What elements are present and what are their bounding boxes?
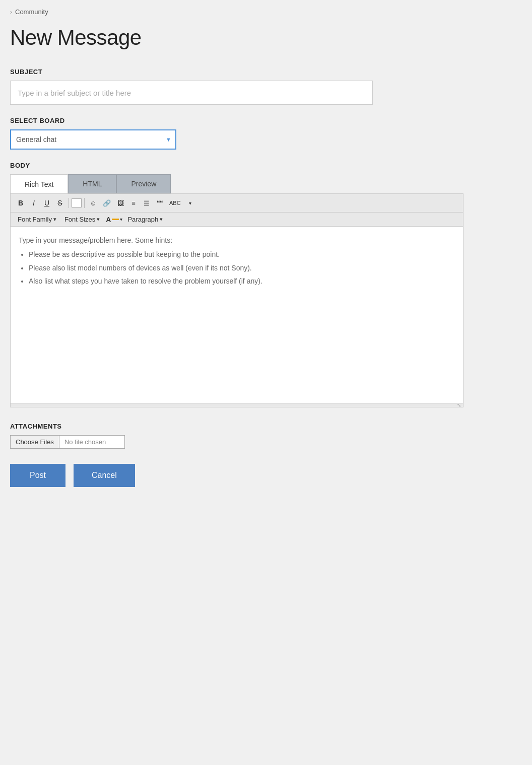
attachments-section: ATTACHMENTS Choose Files No file chosen [10, 423, 474, 449]
editor-resize-handle[interactable]: ⤡ [11, 403, 463, 407]
toolbar-divider-1 [69, 198, 69, 208]
toolbar-divider-2 [84, 198, 85, 208]
toolbar-blockquote-button[interactable]: ❝❝ [154, 197, 166, 209]
tab-preview[interactable]: Preview [116, 174, 171, 193]
body-section: BODY Rich Text HTML Preview B I U S ☺ [10, 162, 474, 407]
ordered-list-icon: ≡ [131, 199, 136, 207]
toolbar-image-button[interactable]: 🖼 [114, 197, 126, 209]
page-title: New Message [10, 26, 474, 50]
toolbar-emoji-button[interactable]: ☺ [87, 197, 99, 209]
toolbar-paragraph-dropdown[interactable]: Paragraph [124, 215, 166, 224]
editor-container: B I U S ☺ 🔗 🖼 ≡ [10, 193, 463, 407]
toolbar-color-dropdown-arrow[interactable]: ▾ [120, 217, 122, 222]
tab-html[interactable]: HTML [68, 174, 116, 193]
toolbar-italic-button[interactable]: I [28, 197, 40, 209]
toolbar-link-button[interactable]: 🔗 [100, 197, 113, 209]
board-select[interactable]: General chat Technical Support General D… [10, 129, 176, 150]
toolbar-color-letter[interactable]: A [106, 216, 111, 224]
subject-label: SUBJECT [10, 68, 474, 76]
toolbar-font-sizes-dropdown[interactable]: Font Sizes [61, 215, 103, 224]
toolbar-font-family-dropdown[interactable]: Font Family [15, 215, 59, 224]
editor-tab-bar: Rich Text HTML Preview [10, 174, 474, 193]
editor-toolbar-row1: B I U S ☺ 🔗 🖼 ≡ [11, 194, 463, 213]
toolbar-ordered-list-button[interactable]: ≡ [127, 197, 140, 209]
toolbar-strikethrough-button[interactable]: S [54, 197, 66, 209]
select-board-section: SELECT BOARD General chat Technical Supp… [10, 117, 474, 150]
link-icon: 🔗 [103, 199, 111, 207]
attachments-label: ATTACHMENTS [10, 423, 474, 430]
editor-hint-1: Please be as descriptive as possible but… [29, 249, 455, 260]
unordered-list-icon: ☰ [144, 199, 150, 207]
subject-section: SUBJECT [10, 68, 474, 105]
subject-input[interactable] [10, 81, 373, 105]
action-buttons: Post Cancel [10, 464, 474, 487]
toolbar-unordered-list-button[interactable]: ☰ [141, 197, 153, 209]
editor-toolbar-row2: Font Family Font Sizes A ▾ Paragraph [11, 213, 463, 227]
editor-hint-3: Also list what steps you have taken to r… [29, 275, 455, 287]
file-input-wrapper: Choose Files No file chosen [10, 435, 125, 449]
editor-hint-2: Please also list model numbers of device… [29, 262, 455, 273]
toolbar-spellcheck-button[interactable]: ABC [167, 197, 183, 209]
toolbar-underline-button[interactable]: U [41, 197, 53, 209]
blockquote-icon: ❝❝ [157, 199, 163, 206]
choose-files-button[interactable]: Choose Files [10, 435, 59, 449]
select-board-label: SELECT BOARD [10, 117, 474, 124]
body-label: BODY [10, 162, 474, 169]
toolbar-spellcheck-dropdown[interactable]: ▾ [184, 197, 196, 209]
spellcheck-icon: ABC [169, 200, 181, 206]
board-select-wrapper: General chat Technical Support General D… [10, 129, 176, 150]
no-file-chosen-text: No file chosen [59, 435, 125, 449]
resize-icon: ⤡ [457, 402, 461, 408]
editor-body[interactable]: Type in your message/problem here. Some … [11, 227, 463, 403]
editor-hint-title: Type in your message/problem here. Some … [19, 236, 172, 244]
toolbar-bold-button[interactable]: B [15, 197, 27, 209]
breadcrumb-chevron: › [10, 9, 12, 16]
breadcrumb-community-link[interactable]: Community [15, 8, 48, 16]
breadcrumb: › Community [10, 8, 474, 16]
emoji-icon: ☺ [90, 199, 96, 207]
image-icon: 🖼 [117, 199, 124, 207]
post-button[interactable]: Post [10, 464, 65, 487]
cancel-button[interactable]: Cancel [74, 464, 135, 487]
toolbar-color-box[interactable] [72, 198, 82, 207]
tab-rich-text[interactable]: Rich Text [10, 174, 68, 193]
